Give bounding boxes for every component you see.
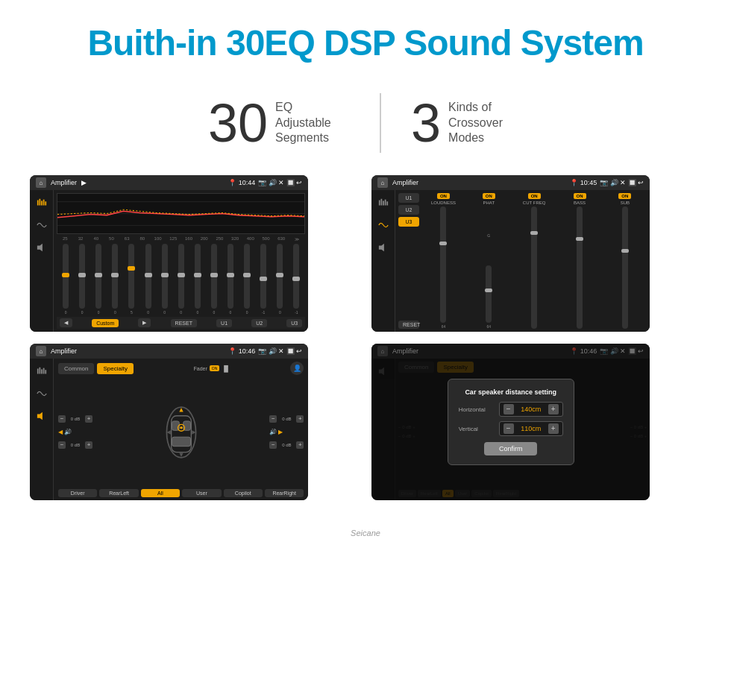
btn-copilot[interactable]: Copilot <box>224 489 263 497</box>
eq-slider-1: 0 <box>75 244 90 315</box>
screens-grid: ⌂ Amplifier ▶ 📍 10:44 📷 🔊 ✕ 🔲 ↩ <box>0 175 731 523</box>
eq-graph <box>57 193 305 234</box>
crossover-main: U1 U2 U3 RESET ON LOUDNESS 64 <box>395 190 650 332</box>
home-icon-3[interactable]: ⌂ <box>36 346 46 356</box>
fr-plus[interactable]: + <box>296 415 304 423</box>
left-db-controls: − 0 dB + ◀ 🔊 − 0 dB + <box>58 415 92 449</box>
btn-all[interactable]: All <box>141 489 180 497</box>
eq-reset-btn[interactable]: RESET <box>171 319 197 327</box>
svg-rect-11 <box>383 201 384 205</box>
fader-label: Fader ON ▐▌ <box>194 365 230 372</box>
page-title: Buith-in 30EQ DSP Sound System <box>15 22 716 63</box>
screen1-app-title: Amplifier <box>51 179 77 186</box>
svg-rect-19 <box>45 370 46 373</box>
eq-play-btn[interactable]: ▶ <box>138 318 151 327</box>
nav-vol-icon-2[interactable] <box>375 241 392 254</box>
dialog-row-horizontal: Horizontal − 140cm + <box>459 402 563 417</box>
eq-prev-btn[interactable]: ◀ <box>60 318 72 327</box>
side-nav-2 <box>371 190 395 332</box>
btn-driver[interactable]: Driver <box>58 489 97 497</box>
svg-rect-10 <box>380 199 382 206</box>
stat-crossover-desc: Kinds ofCrossover Modes <box>448 100 523 146</box>
rl-db: − 0 dB + <box>58 441 92 449</box>
vertical-plus[interactable]: + <box>548 423 559 434</box>
preset-u2[interactable]: U2 <box>398 205 419 215</box>
screen3-content: Common Specialty Fader ON ▐▌ 👤 − <box>30 359 308 500</box>
btn-user[interactable]: User <box>182 489 221 497</box>
rl-minus[interactable]: − <box>58 441 66 449</box>
status-bar-3: ⌂ Amplifier 📍 10:46 📷 🔊 ✕ 🔲 ↩ <box>30 344 308 359</box>
nav-wave-icon-2[interactable] <box>375 218 392 232</box>
eq-custom-btn[interactable]: Custom <box>92 319 119 327</box>
stat-eq-number: 30 <box>208 96 268 150</box>
horizontal-plus[interactable]: + <box>548 404 559 414</box>
nav-vol-icon[interactable] <box>34 241 50 254</box>
nav-wave-icon[interactable] <box>34 218 50 232</box>
nav-vol-icon-3[interactable] <box>34 409 50 423</box>
eq-slider-6: 0 <box>157 244 172 315</box>
home-icon-1[interactable]: ⌂ <box>36 177 46 188</box>
stat-crossover-number: 3 <box>411 96 441 150</box>
eq-u2-btn[interactable]: U2 <box>251 319 267 327</box>
channel-loudness: ON LOUDNESS 64 <box>421 193 465 329</box>
svg-rect-15 <box>37 369 38 374</box>
nav-eq-icon[interactable] <box>34 196 50 209</box>
screen1-time: 📍 10:44 <box>228 179 255 186</box>
page-header: Buith-in 30EQ DSP Sound System <box>0 0 731 78</box>
preset-u3[interactable]: U3 <box>398 217 419 227</box>
screen2-app-title: Amplifier <box>392 179 418 186</box>
nav-wave-icon-3[interactable] <box>34 387 50 400</box>
eq-slider-0: 0 <box>58 244 73 315</box>
svg-marker-28 <box>179 408 183 412</box>
eq-slider-3: 0 <box>107 244 122 315</box>
screen3-app-title: Amplifier <box>51 347 77 355</box>
fl-plus[interactable]: + <box>85 415 92 423</box>
btn-rearright[interactable]: RearRight <box>265 489 304 497</box>
tab-common-3[interactable]: Common <box>58 363 94 374</box>
rr-plus[interactable]: + <box>296 441 304 449</box>
eq-slider-5: 0 <box>140 244 155 315</box>
crossover-reset-btn[interactable]: RESET <box>398 321 419 329</box>
person-icon: 👤 <box>290 362 304 375</box>
screen2-content: U1 U2 U3 RESET ON LOUDNESS 64 <box>371 190 650 332</box>
eq-slider-8: 0 <box>190 244 205 315</box>
fr-minus[interactable]: − <box>269 415 277 423</box>
channel-sub: ON SUB <box>603 193 647 329</box>
screen-specialty: ⌂ Amplifier 📍 10:46 📷 🔊 ✕ 🔲 ↩ <box>30 344 308 500</box>
confirm-button[interactable]: Confirm <box>484 442 538 455</box>
eq-slider-7: 0 <box>174 244 189 315</box>
svg-marker-14 <box>378 244 383 252</box>
dialog-row-vertical: Vertical − 110cm + <box>459 421 563 436</box>
rr-minus[interactable]: − <box>269 441 277 449</box>
nav-eq-icon-3[interactable] <box>34 365 50 378</box>
screen-distance: ⌂ Amplifier 📍 10:46 📷 🔊 ✕ 🔲 ↩ Common Spe… <box>371 344 650 500</box>
fl-minus[interactable]: − <box>58 415 66 423</box>
vertical-label: Vertical <box>459 426 478 432</box>
svg-rect-3 <box>43 200 44 206</box>
horizontal-input: − 140cm + <box>499 402 563 417</box>
eq-u1-btn[interactable]: U1 <box>216 319 232 327</box>
svg-marker-5 <box>37 244 42 252</box>
eq-u3-btn[interactable]: U3 <box>286 319 302 327</box>
eq-slider-11: 0 <box>239 244 254 315</box>
preset-u1[interactable]: U1 <box>398 193 419 203</box>
home-icon-2[interactable]: ⌂ <box>377 177 388 188</box>
tab-specialty-3[interactable]: Specialty <box>97 363 133 374</box>
rr-db: − 0 dB + <box>269 441 304 449</box>
stat-crossover: 3 Kinds ofCrossover Modes <box>411 96 523 150</box>
nav-eq-icon-2[interactable] <box>375 196 392 209</box>
horizontal-minus[interactable]: − <box>503 404 514 414</box>
svg-rect-2 <box>41 201 43 205</box>
svg-marker-20 <box>37 412 42 420</box>
bottom-buttons-3: Driver RearLeft All User Copilot RearRig… <box>58 489 304 497</box>
svg-rect-16 <box>39 368 40 374</box>
stats-row: 30 EQ AdjustableSegments 3 Kinds ofCross… <box>0 78 731 175</box>
status-bar-2: ⌂ Amplifier 📍 10:45 📷 🔊 ✕ 🔲 ↩ <box>371 175 650 190</box>
dialog-title: Car speaker distance setting <box>459 388 563 396</box>
rl-plus[interactable]: + <box>85 441 92 449</box>
btn-rearleft[interactable]: RearLeft <box>99 489 138 497</box>
svg-rect-1 <box>39 199 40 206</box>
svg-rect-0 <box>37 201 38 206</box>
vertical-minus[interactable]: − <box>503 423 514 434</box>
eq-sliders: 0 0 0 0 5 0 0 0 0 0 0 0 -1 0 -1 <box>57 244 305 315</box>
